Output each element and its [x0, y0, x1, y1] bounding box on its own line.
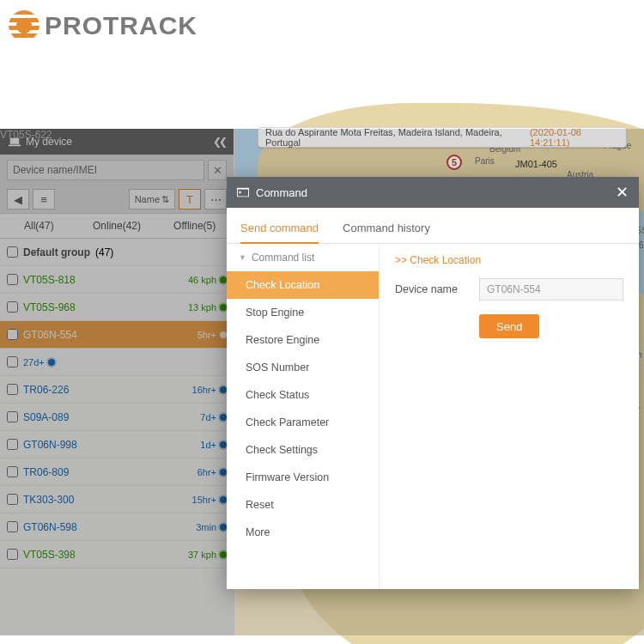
form-breadcrumb: >> Check Location	[395, 254, 623, 266]
command-list-column: ▼ Command list Check LocationStop Engine…	[227, 244, 380, 589]
command-form: >> Check Location Device name Send	[380, 244, 639, 589]
command-item[interactable]: Check Parameter	[227, 409, 379, 436]
command-modal: Command ✕ Send command Command history ▼…	[227, 177, 639, 589]
command-item[interactable]: SOS Number	[227, 354, 379, 381]
command-item[interactable]: Firmware Version	[227, 464, 379, 491]
workspace: Belgium Paris Austria Prague TK116- 3-92…	[0, 129, 644, 635]
command-icon	[237, 187, 249, 197]
tab-command-history[interactable]: Command history	[343, 222, 430, 243]
command-item[interactable]: Reset	[227, 491, 379, 519]
command-item[interactable]: Check Status	[227, 381, 379, 409]
command-list-header[interactable]: ▼ Command list	[227, 244, 379, 271]
modal-title: Command	[256, 186, 307, 199]
device-name-label: Device name	[395, 283, 471, 295]
tab-send-command[interactable]: Send command	[240, 222, 319, 244]
modal-body: ▼ Command list Check LocationStop Engine…	[227, 244, 639, 589]
device-name-input[interactable]	[479, 278, 623, 301]
modal-tabs: Send command Command history	[227, 208, 639, 244]
command-item[interactable]: Check Settings	[227, 436, 379, 464]
brand-logo-icon	[9, 10, 39, 41]
command-item[interactable]: Restore Engine	[227, 326, 379, 354]
command-list-title: Command list	[252, 252, 314, 264]
command-item[interactable]: More	[227, 519, 379, 546]
command-item[interactable]: Check Location	[227, 271, 379, 299]
brand: PROTRACK	[9, 10, 197, 41]
command-item[interactable]: Stop Engine	[227, 299, 379, 326]
close-icon[interactable]: ✕	[616, 185, 629, 200]
device-name-field: Device name	[395, 278, 623, 301]
send-button[interactable]: Send	[479, 314, 539, 338]
caret-down-icon: ▼	[239, 253, 246, 262]
modal-titlebar: Command ✕	[227, 177, 639, 208]
brand-text: PROTRACK	[45, 11, 197, 40]
